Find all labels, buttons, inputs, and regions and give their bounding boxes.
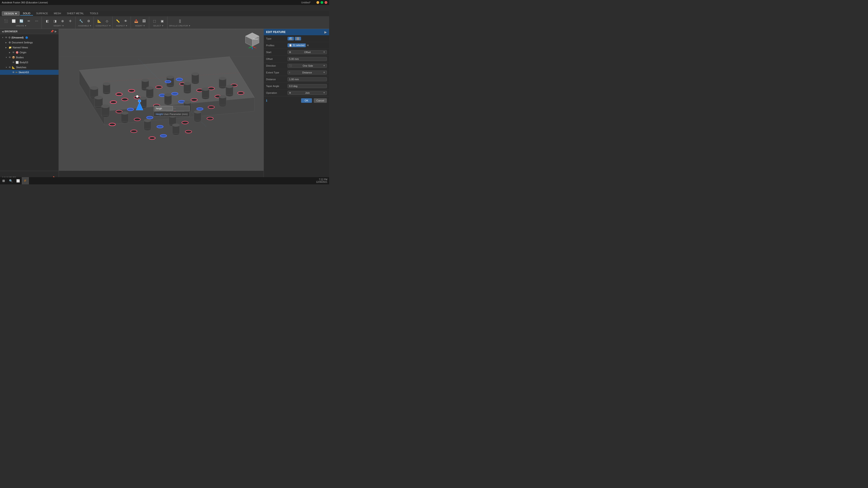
toolbar-group-insert: 📥 🖼 INSERT ▼ <box>131 17 149 29</box>
direction-icon: ⬛ <box>289 64 292 67</box>
cancel-button[interactable]: Cancel <box>314 98 327 103</box>
direction-dropdown[interactable]: ⬛ One Side ▼ <box>287 64 327 68</box>
edit-feature-title: EDIT FEATURE <box>266 31 285 34</box>
insert-btn2[interactable]: 🖼 <box>141 18 148 24</box>
inspect-btn1[interactable]: 📏 <box>114 18 122 24</box>
ok-button[interactable]: OK <box>301 98 312 103</box>
panel-collapse-btn[interactable]: ▶ <box>324 30 327 34</box>
tab-tools[interactable]: TOOLS <box>87 11 101 15</box>
browser-pin[interactable]: 📌 <box>51 30 54 33</box>
eye-icon-sketches[interactable]: 👁 <box>8 66 11 69</box>
create-revolve-btn[interactable]: 🔄 <box>18 18 25 24</box>
info-icon[interactable]: ℹ <box>266 99 267 102</box>
modify-btn1[interactable]: ◧ <box>43 18 51 24</box>
svg-point-14 <box>128 90 135 92</box>
insert-icon1: 📥 <box>133 19 139 23</box>
profiles-badge[interactable]: 📋 51 selected <box>287 43 306 47</box>
tree-item-sketches[interactable]: ▼ 👁 📐 Sketches <box>0 65 59 70</box>
construct-btn1[interactable]: 📐 <box>96 18 103 24</box>
input-dialog[interactable]: ⋯ Height User Parameter (mm) <box>154 106 190 117</box>
taper-field-value: 0.0 deg <box>289 85 298 88</box>
extent-type-label: Extent Type <box>266 71 287 74</box>
tree-item-unsaved[interactable]: ▼ 👁 ⚙ (Unsaved) 🔵 <box>0 35 59 40</box>
select-btn1[interactable]: ⬚ <box>151 18 158 24</box>
start-dropdown[interactable]: ⊞ Offset ▼ <box>287 50 327 54</box>
panel-row-distance: Distance 1.00 mm <box>264 76 329 83</box>
extent-type-dropdown[interactable]: ↕ Distance ▼ <box>287 70 327 74</box>
tree-item-origin[interactable]: ▶ 👁 🎯 Origin <box>0 50 59 55</box>
modify-btn3[interactable]: ⊕ <box>59 18 66 24</box>
offset-icon: ⊞ <box>289 51 291 53</box>
braille-icon1: ⣿ <box>177 19 183 23</box>
assemble-btn2[interactable]: ⚙ <box>85 18 92 24</box>
named-views-icon: 📁 <box>8 46 12 49</box>
browser-options[interactable]: ▶ <box>55 30 57 33</box>
tab-mesh[interactable]: MESH <box>51 11 64 15</box>
edit-feature-header: EDIT FEATURE ▶ <box>264 29 329 35</box>
maximize-button[interactable]: □ <box>320 1 323 4</box>
clock-area: 7:22 PM 12/30/2021 <box>314 178 329 183</box>
suggestion-item[interactable]: Height User Parameter (mm) <box>154 111 190 117</box>
inspect-btn2[interactable]: 👁 <box>122 18 129 24</box>
minimize-button[interactable]: — <box>316 1 319 4</box>
tree-item-sketch53[interactable]: 👁 ✏ Sketch53 <box>0 70 59 75</box>
toolbar-group-inspect: 📏 👁 INSPECT ▼ <box>113 17 131 29</box>
type-extrude-btn[interactable] <box>295 37 301 40</box>
distance-field[interactable]: 1.00 mm <box>287 77 327 81</box>
tree-item-bodies[interactable]: ▼ 👁 📦 Bodies <box>0 55 59 60</box>
taper-field[interactable]: 0.0 deg <box>287 84 327 88</box>
tree-item-named-views[interactable]: ▶ 📁 Named Views <box>0 45 59 50</box>
assemble-label: ASSEMBLE ▼ <box>78 25 92 27</box>
create-new-body-btn[interactable]: ⬛ <box>2 18 9 24</box>
eye-icon-bodies[interactable]: 👁 <box>8 56 11 59</box>
close-button[interactable]: ✕ <box>324 1 327 4</box>
gear-icon[interactable]: ⚙ <box>8 36 11 39</box>
eye-icon-origin[interactable]: 👁 <box>12 51 15 54</box>
create-sketch-btn[interactable]: ✏ <box>25 18 33 24</box>
taskbar: ⊞ 🔍 ⬜ F 7:22 PM 12/30/2021 <box>0 177 329 184</box>
fusion-taskbar-btn[interactable]: F <box>22 177 29 184</box>
profiles-clear-btn[interactable]: ✕ <box>307 44 309 47</box>
tree-item-doc-settings[interactable]: ▶ ⚙ Document Settings <box>0 40 59 45</box>
nav-cube[interactable]: FRONT Z Y X <box>243 32 261 50</box>
search-taskbar-btn[interactable]: 🔍 <box>7 177 14 184</box>
create-extrude-btn[interactable]: ⬜ <box>10 18 17 24</box>
modify-move-btn[interactable]: ✛ <box>67 18 74 24</box>
type-solid-btn[interactable] <box>287 37 294 40</box>
create-more-btn[interactable]: ⋯ <box>33 18 40 24</box>
panel-row-profiles: Profiles 📋 51 selected ✕ <box>264 42 329 49</box>
tree-item-body53[interactable]: 👁 ⬜ Body53 <box>0 60 59 65</box>
offset-field[interactable]: 5.00 mm <box>287 57 327 61</box>
operation-dropdown[interactable]: ⊕ Join ▼ <box>287 91 327 95</box>
start-dropdown-arrow: ▼ <box>323 51 325 53</box>
eye-icon-body53[interactable]: 👁 <box>12 61 15 64</box>
start-button[interactable]: ⊞ <box>0 177 7 184</box>
tab-solid[interactable]: SOLID <box>20 11 33 15</box>
insert-btn1[interactable]: 📥 <box>133 18 140 24</box>
select-btn2[interactable]: ▣ <box>159 18 166 24</box>
panel-row-operation: Operation ⊕ Join ▼ <box>264 90 329 96</box>
input-more-btn[interactable]: ⋯ <box>174 107 176 110</box>
eye-icon-sketch53[interactable]: 👁 <box>12 71 15 74</box>
tab-sheet-metal[interactable]: SHEET METAL <box>64 11 87 15</box>
input-box[interactable]: ⋯ <box>154 106 190 111</box>
tab-surface[interactable]: SURFACE <box>33 11 51 15</box>
bodies-icon: 📦 <box>12 56 15 59</box>
modify-btn2[interactable]: ◨ <box>51 18 59 24</box>
expression-input[interactable] <box>155 106 173 110</box>
braille-btn1[interactable]: ⣿ <box>176 18 184 24</box>
distance-field-value: 1.00 mm <box>289 78 299 80</box>
svg-point-105 <box>172 124 180 127</box>
assemble-btn1[interactable]: 🔧 <box>77 18 85 24</box>
task-view-btn[interactable]: ⬜ <box>14 177 22 184</box>
eye-icon[interactable]: 👁 <box>5 36 7 39</box>
named-views-arrow: ▶ <box>5 46 8 48</box>
named-views-label: Named Views <box>13 46 28 49</box>
browser-collapse[interactable]: ◀ <box>2 30 4 33</box>
construct-btn2[interactable]: ◇ <box>103 18 111 24</box>
viewport[interactable]: ⋯ Height User Parameter (mm) <box>59 29 264 171</box>
design-dropdown[interactable]: DESIGN ▼ <box>2 11 20 16</box>
svg-point-9 <box>90 86 98 90</box>
left-panel: ◀ BROWSER 📌 ▶ ▼ 👁 ⚙ (Unsaved) 🔵 ▶ ⚙ Docu… <box>0 29 59 171</box>
svg-point-41 <box>184 82 191 85</box>
